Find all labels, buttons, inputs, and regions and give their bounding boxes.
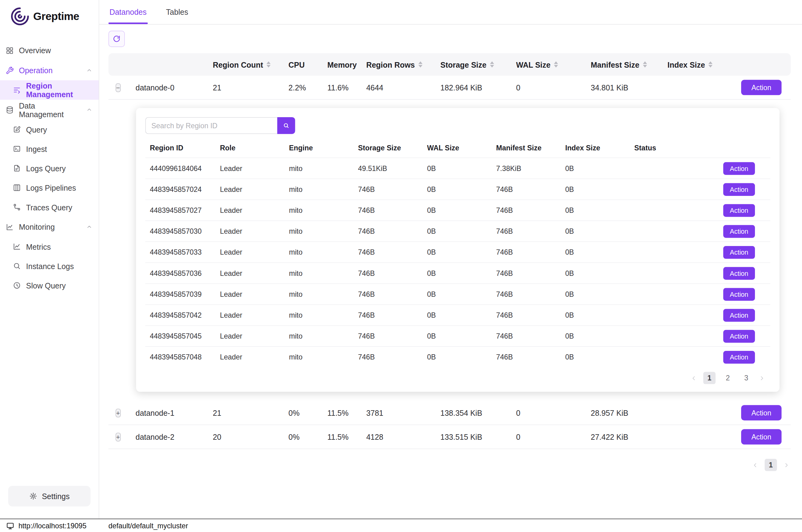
col-header-region-count[interactable]: Region Count xyxy=(211,60,286,69)
cell-storage-size: 746B xyxy=(354,206,422,214)
page-button-1[interactable]: 1 xyxy=(765,459,777,471)
settings-label: Settings xyxy=(42,492,70,500)
brand-logo[interactable]: Greptime xyxy=(0,0,99,34)
sidebar-group-data-management[interactable]: Data Management xyxy=(0,100,99,120)
tab-datanodes[interactable]: Datanodes xyxy=(109,0,148,24)
sidebar-nav: Overview Operation xyxy=(0,34,99,486)
chevron-right-icon[interactable] xyxy=(759,375,765,381)
region-action-button[interactable]: Action xyxy=(723,330,755,343)
cell-index-size: 0B xyxy=(560,290,630,298)
server-url[interactable]: http://localhost:19095 xyxy=(18,521,87,530)
logs-query-icon xyxy=(13,164,21,172)
sidebar-item-label: Ingest xyxy=(26,145,47,153)
cell-region-id: 4483945857045 xyxy=(145,332,215,340)
region-action-button[interactable]: Action xyxy=(723,288,755,301)
chevron-left-icon[interactable] xyxy=(690,375,697,381)
cell-memory: 11.5% xyxy=(325,408,364,417)
settings-button[interactable]: Settings xyxy=(8,486,91,507)
page-button-1[interactable]: 1 xyxy=(703,372,715,384)
region-action-button[interactable]: Action xyxy=(723,309,755,322)
cell-engine: mito xyxy=(284,311,354,319)
refresh-button[interactable] xyxy=(109,31,125,47)
sort-icons[interactable] xyxy=(490,61,494,68)
cell-storage-size: 746B xyxy=(354,227,422,235)
region-action-button[interactable]: Action xyxy=(723,162,755,175)
sidebar-item-traces-query[interactable]: Traces Query xyxy=(0,197,99,217)
region-row: 4440996184064 Leader mito 49.51KiB 0B 7.… xyxy=(145,157,770,178)
col-header-storage-size[interactable]: Storage Size xyxy=(438,60,514,69)
sidebar-item-label: Logs Pipelines xyxy=(26,183,76,192)
col-header-index-size[interactable]: Index Size xyxy=(666,60,791,69)
chevron-up-icon[interactable] xyxy=(86,107,93,113)
cluster-name[interactable]: default/default_mycluster xyxy=(109,521,188,530)
sort-icons[interactable] xyxy=(708,61,712,68)
sidebar-item-label: Query xyxy=(26,125,47,134)
sidebar-item-instance-logs[interactable]: Instance Logs xyxy=(0,256,99,276)
col-header-region-id: Region ID xyxy=(145,144,215,152)
sidebar-group-operation[interactable]: Operation xyxy=(0,60,99,80)
col-header-region-rows[interactable]: Region Rows xyxy=(364,60,438,69)
sidebar-item-query[interactable]: Query xyxy=(0,120,99,139)
chevron-up-icon[interactable] xyxy=(86,224,93,230)
datanode-table-header: Region Count CPU Memory Region Rows Stor… xyxy=(109,53,791,76)
sidebar-item-region-management[interactable]: Region Management xyxy=(0,80,99,100)
datanode-name: datanode-1 xyxy=(129,408,211,417)
datanode-name: datanode-0 xyxy=(129,83,211,92)
expand-row-button[interactable]: + xyxy=(116,433,120,441)
cell-wal-size: 0B xyxy=(422,164,492,172)
tab-tables[interactable]: Tables xyxy=(165,0,189,24)
datanode-action-button[interactable]: Action xyxy=(741,80,781,95)
sidebar-group-monitoring[interactable]: Monitoring xyxy=(0,217,99,237)
cell-engine: mito xyxy=(284,164,354,172)
datanode-action-button[interactable]: Action xyxy=(741,405,781,420)
traces-query-icon xyxy=(13,203,21,211)
cell-region-count: 21 xyxy=(211,83,286,92)
cell-storage-size: 746B xyxy=(354,290,422,298)
instance-logs-icon xyxy=(13,262,21,270)
datanode-action-button[interactable]: Action xyxy=(741,429,781,444)
col-header-wal-size[interactable]: WAL Size xyxy=(514,60,589,69)
cell-role: Leader xyxy=(215,353,284,361)
sort-icons[interactable] xyxy=(267,61,271,68)
cell-region-rows: 3781 xyxy=(364,408,438,417)
region-action-button[interactable]: Action xyxy=(723,225,755,238)
expand-row-button[interactable]: + xyxy=(116,409,120,417)
page-button-2[interactable]: 2 xyxy=(722,372,734,384)
region-action-button[interactable]: Action xyxy=(723,267,755,280)
sort-icons[interactable] xyxy=(643,61,647,68)
chevron-up-icon[interactable] xyxy=(86,67,93,74)
sidebar-item-ingest[interactable]: Ingest xyxy=(0,139,99,158)
cell-role: Leader xyxy=(215,227,284,235)
sort-icons[interactable] xyxy=(419,61,422,68)
sidebar-item-overview[interactable]: Overview xyxy=(0,40,99,60)
sidebar-item-logs-query[interactable]: Logs Query xyxy=(0,159,99,178)
cell-region-id: 4483945857024 xyxy=(145,185,215,193)
region-action-button[interactable]: Action xyxy=(723,204,755,217)
region-action-button[interactable]: Action xyxy=(723,246,755,259)
region-action-button[interactable]: Action xyxy=(723,183,755,196)
chevron-left-icon[interactable] xyxy=(752,461,759,468)
region-search-button[interactable] xyxy=(277,117,295,134)
refresh-icon xyxy=(113,35,121,43)
collapse-row-button[interactable]: − xyxy=(116,83,120,92)
sort-icons[interactable] xyxy=(554,61,558,68)
col-header-manifest-size[interactable]: Manifest Size xyxy=(589,60,665,69)
cell-manifest-size: 746B xyxy=(491,227,560,235)
col-header-status: Status xyxy=(629,144,686,152)
sidebar-item-metrics[interactable]: Metrics xyxy=(0,237,99,256)
cell-region-count: 21 xyxy=(211,408,286,417)
sidebar-group-label: Operation xyxy=(19,66,53,75)
cell-index-size: 0B xyxy=(560,227,630,235)
region-action-button[interactable]: Action xyxy=(723,350,755,363)
region-search-input[interactable] xyxy=(145,117,277,134)
sidebar-item-slow-query[interactable]: Slow Query xyxy=(0,276,99,295)
operation-icon xyxy=(5,66,14,74)
region-row: 4483945857030 Leader mito 746B 0B 746B 0… xyxy=(145,221,770,241)
sidebar-item-logs-pipelines[interactable]: Logs Pipelines xyxy=(0,178,99,197)
cell-region-id: 4483945857033 xyxy=(145,248,215,256)
page-button-3[interactable]: 3 xyxy=(740,372,752,384)
data-management-icon xyxy=(5,106,14,114)
chevron-right-icon[interactable] xyxy=(783,461,790,468)
col-header-role: Role xyxy=(215,144,284,152)
cell-wal-size: 0 xyxy=(514,408,589,417)
